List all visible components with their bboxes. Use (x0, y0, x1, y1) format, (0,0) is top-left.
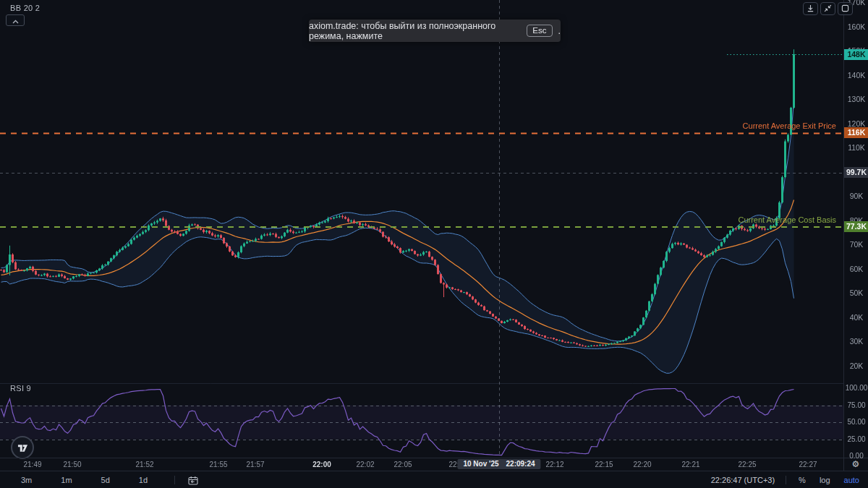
price-axis-label: 120K (844, 119, 868, 129)
price-axis-label: 160K (844, 22, 868, 32)
range-button-3m[interactable]: 3m (19, 474, 34, 486)
range-button-1d[interactable]: 1d (137, 474, 150, 486)
time-axis-label: 22:15 (595, 461, 613, 468)
download-button[interactable] (803, 2, 818, 15)
tradingview-logo[interactable] (11, 436, 34, 459)
minimize-icon (824, 4, 832, 14)
log-scale-button[interactable]: log (818, 474, 832, 486)
price-axis-label: 110K (844, 142, 868, 153)
time-axis-label: 22:21 (681, 461, 699, 468)
rsi-legend-label: RSI 9 (10, 384, 31, 393)
price-axis-label: 140K (844, 70, 868, 80)
price-axis-label: 130K (844, 94, 868, 104)
divider (174, 476, 175, 484)
esc-key: Esc (527, 25, 552, 37)
bottom-toolbar: 3m1m5d1d 22:26:47 (UTC+3) % log auto (0, 471, 868, 488)
price-axis-label: 60K (844, 264, 868, 274)
time-axis-label: 22:12 (545, 461, 563, 468)
price-badge-cost: 77.3K (844, 221, 868, 232)
price-badge-exit: 116K (844, 127, 868, 138)
time-axis-label: 21:52 (135, 461, 153, 468)
rsi-axis-label: 50.00 (844, 417, 868, 427)
price-axis-label: 50K (844, 288, 868, 298)
banner-text: axiom.trade: чтобы выйти из полноэкранно… (309, 21, 521, 41)
calendar-icon (188, 476, 198, 485)
bb-legend-label: BB 20 2 (10, 4, 40, 12)
time-axis-label: 22:20 (633, 461, 651, 468)
range-button-5d[interactable]: 5d (99, 474, 112, 486)
avg-exit-price-label: Current Average Exit Price (743, 121, 836, 130)
time-axis-label: 22:00 (312, 461, 331, 468)
clock: 22:26:47 (UTC+3) (711, 476, 775, 484)
price-axis-label: 90K (844, 191, 868, 201)
price-badge-last: 148K (844, 49, 868, 60)
price-axis-label: 40K (844, 312, 868, 322)
chart-canvas[interactable] (0, 0, 843, 458)
time-axis-label: 22:25 (738, 461, 756, 468)
banner-suffix: . (558, 26, 561, 36)
download-icon (807, 4, 814, 14)
time-axis-label: 21:55 (209, 461, 227, 468)
legend-collapse-button[interactable] (6, 14, 25, 26)
fullscreen-icon (841, 4, 849, 14)
crosshair-time-badge: 10 Nov '2522:09:24 (457, 459, 540, 469)
rsi-axis-label: 0.00 (844, 451, 868, 461)
price-axis[interactable]: 170K160K150K140K130K120K110K90K80K70K60K… (843, 0, 868, 471)
rsi-axis-label: 75.00 (844, 401, 868, 411)
price-axis-label: 70K (844, 239, 868, 249)
fullscreen-button[interactable] (838, 2, 853, 15)
time-axis-label: 21:49 (23, 461, 41, 468)
time-axis[interactable]: 21:4921:5021:5221:5521:5722:0022:0222:05… (0, 458, 868, 471)
minimize-button[interactable] (820, 2, 835, 15)
go-to-date-button[interactable] (188, 476, 198, 485)
percent-scale-button[interactable]: % (797, 474, 807, 486)
time-axis-label: 22:02 (356, 461, 374, 468)
fullscreen-banner: axiom.trade: чтобы выйти из полноэкранно… (309, 20, 561, 42)
avg-cost-basis-label: Current Average Cost Basis (738, 215, 836, 224)
time-axis-label: 22:05 (393, 461, 412, 468)
price-axis-label: 20K (844, 361, 868, 371)
price-axis-label: 30K (844, 336, 868, 346)
bottom-right-group: 22:26:47 (UTC+3) % log auto (711, 474, 868, 486)
chart-toolbar (803, 2, 853, 15)
chevron-up-icon (12, 14, 19, 27)
divider (786, 476, 786, 484)
auto-scale-button[interactable]: auto (843, 474, 861, 486)
range-buttons-group: 3m1m5d1d (0, 474, 198, 486)
time-axis-label: 21:57 (246, 461, 264, 468)
range-button-1m[interactable]: 1m (59, 474, 74, 486)
tv-logo-glyph (17, 442, 28, 453)
time-axis-label: 21:50 (63, 461, 81, 468)
time-axis-label: 22:27 (799, 461, 817, 468)
price-badge-crosshair: 99.7K (844, 167, 868, 178)
trading-chart-app: BB 20 2 RSI 9 axiom.trade: чтобы выйти и… (0, 0, 868, 488)
rsi-axis-label: 100.00 (844, 383, 868, 393)
rsi-axis-label: 25.00 (844, 435, 868, 445)
